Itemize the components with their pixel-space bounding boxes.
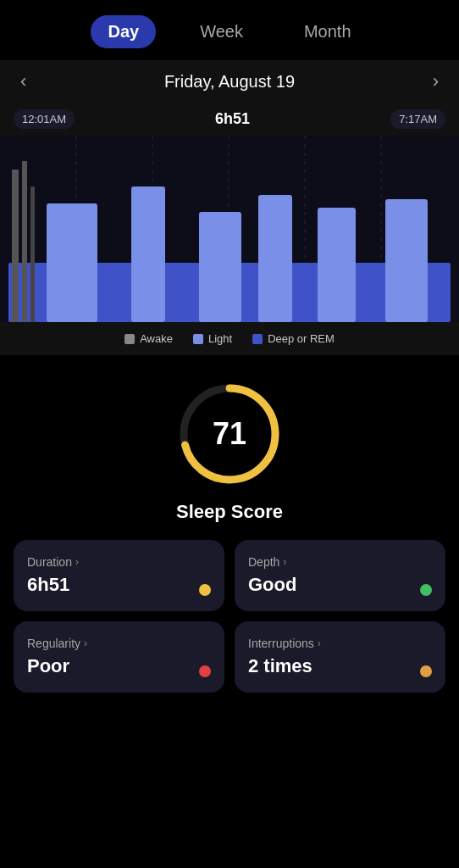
interruptions-chevron: › bbox=[318, 637, 321, 649]
depth-chevron: › bbox=[283, 556, 286, 568]
stat-card-duration[interactable]: Duration › 6h51 bbox=[14, 540, 224, 611]
regularity-label: Regularity › bbox=[27, 637, 211, 650]
duration-status-dot bbox=[199, 584, 211, 596]
sleep-bar-chart bbox=[0, 136, 459, 322]
svg-rect-15 bbox=[385, 199, 428, 322]
legend-light: Light bbox=[193, 332, 232, 345]
prev-date-button[interactable]: ‹ bbox=[20, 70, 26, 92]
awake-label: Awake bbox=[140, 332, 173, 345]
regularity-status-dot bbox=[199, 665, 211, 677]
duration-value: 6h51 bbox=[27, 574, 211, 596]
score-title: Sleep Score bbox=[176, 501, 283, 523]
light-color-dot bbox=[193, 334, 203, 344]
tab-month[interactable]: Month bbox=[287, 15, 368, 48]
svg-rect-9 bbox=[30, 186, 35, 322]
sleep-score-section: 71 Sleep Score Duration › 6h51 Depth › G… bbox=[0, 355, 459, 706]
time-row: 12:01AM 6h51 7:17AM bbox=[0, 103, 459, 136]
date-navigation: ‹ Friday, August 19 › bbox=[0, 60, 459, 103]
sleep-chart-container: 12:01AM 6h51 7:17AM bbox=[0, 103, 459, 355]
svg-rect-13 bbox=[258, 195, 292, 322]
duration-label: Duration › bbox=[27, 555, 211, 569]
stat-card-interruptions[interactable]: Interruptions › 2 times bbox=[235, 621, 445, 693]
svg-rect-10 bbox=[47, 203, 97, 322]
regularity-value: Poor bbox=[27, 655, 211, 677]
next-date-button[interactable]: › bbox=[433, 70, 439, 92]
tab-bar: Day Week Month bbox=[0, 0, 459, 60]
tab-day[interactable]: Day bbox=[91, 15, 156, 48]
tab-week[interactable]: Week bbox=[183, 15, 260, 48]
interruptions-status-dot bbox=[420, 665, 432, 677]
svg-rect-11 bbox=[131, 186, 165, 322]
deep-color-dot bbox=[252, 334, 263, 344]
awake-color-dot bbox=[124, 334, 135, 344]
svg-rect-14 bbox=[318, 208, 356, 322]
current-date: Friday, August 19 bbox=[164, 72, 295, 92]
end-time: 7:17AM bbox=[390, 109, 445, 129]
depth-label: Depth › bbox=[248, 555, 432, 569]
interruptions-value: 2 times bbox=[248, 655, 432, 677]
light-label: Light bbox=[208, 332, 232, 345]
start-time: 12:01AM bbox=[14, 109, 75, 129]
deep-label: Deep or REM bbox=[268, 332, 335, 345]
stat-card-depth[interactable]: Depth › Good bbox=[235, 540, 445, 611]
svg-rect-8 bbox=[22, 161, 27, 322]
stat-card-regularity[interactable]: Regularity › Poor bbox=[14, 621, 224, 693]
svg-rect-7 bbox=[12, 170, 19, 322]
legend-deep: Deep or REM bbox=[252, 332, 335, 345]
legend-awake: Awake bbox=[124, 332, 173, 345]
score-number: 71 bbox=[213, 416, 246, 452]
svg-rect-12 bbox=[199, 212, 241, 322]
depth-status-dot bbox=[420, 584, 432, 596]
score-circle: 71 bbox=[174, 379, 285, 489]
depth-value: Good bbox=[248, 574, 432, 596]
stats-grid: Duration › 6h51 Depth › Good Regularity … bbox=[0, 540, 459, 693]
interruptions-label: Interruptions › bbox=[248, 637, 432, 650]
duration-chevron: › bbox=[75, 556, 79, 568]
total-duration: 6h51 bbox=[215, 110, 250, 128]
chart-legend: Awake Light Deep or REM bbox=[0, 322, 459, 355]
regularity-chevron: › bbox=[84, 637, 87, 649]
